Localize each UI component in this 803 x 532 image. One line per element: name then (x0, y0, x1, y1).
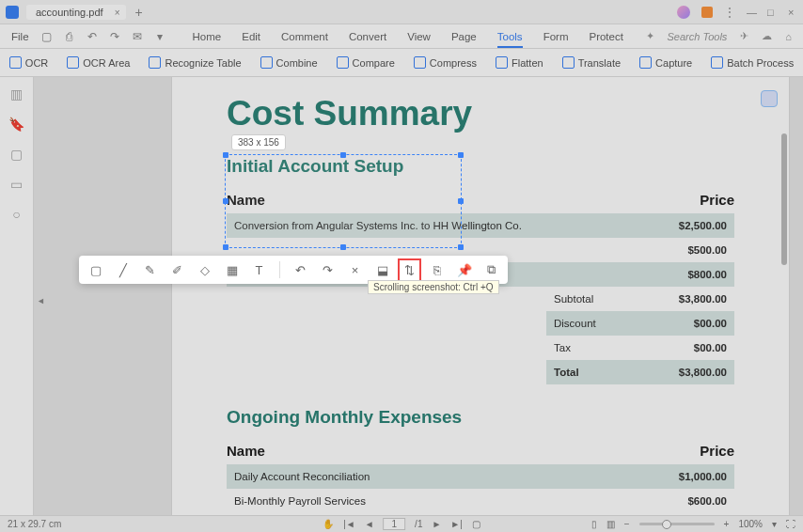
scrollbar[interactable] (781, 133, 787, 265)
pencil-tool-icon[interactable]: ✎ (143, 263, 157, 277)
minimize-button[interactable]: — (747, 7, 756, 18)
new-tab-icon[interactable]: + (135, 5, 143, 20)
line-tool-icon[interactable]: ╱ (116, 263, 130, 277)
fullscreen-icon[interactable]: ⛶ (786, 519, 795, 529)
menu-tab-tools[interactable]: Tools (497, 31, 523, 48)
left-sidebar: ▥ 🔖 ▢ ▭ ○ (0, 77, 34, 515)
avatar[interactable] (677, 6, 690, 19)
file-menu[interactable]: File (11, 31, 29, 42)
document-area: ◄ Cost Summary Initial Account Setup Nam… (34, 77, 803, 515)
menu-tab-form[interactable]: Form (543, 31, 569, 42)
tools-toolbar: OCROCR AreaRecognize TableCombineCompare… (0, 49, 803, 77)
prev-page-icon[interactable]: ◄ (365, 519, 374, 529)
thumbnails-icon[interactable]: ▥ (10, 86, 23, 102)
app-logo (6, 6, 19, 19)
zoom-slider[interactable] (639, 523, 715, 525)
close-button[interactable]: × (788, 7, 797, 18)
menu-tab-edit[interactable]: Edit (242, 31, 260, 42)
attachment-icon[interactable]: ▭ (10, 177, 23, 192)
kebab-menu-icon[interactable]: ⋮ (724, 6, 735, 19)
tool-translate[interactable]: Translate (562, 56, 621, 69)
hand-tool-icon[interactable]: ✋ (323, 519, 334, 529)
mosaic-tool-icon[interactable]: ▦ (225, 263, 239, 277)
first-page-icon[interactable]: |◄ (343, 519, 355, 529)
scrolling-screenshot-icon[interactable]: ⇅ (402, 263, 417, 277)
eraser-tool-icon[interactable]: ◇ (197, 263, 212, 277)
marker-tool-icon[interactable]: ✐ (170, 263, 184, 277)
section2-table: Daily Account Reconciliation$1,000.00Bi-… (227, 464, 734, 513)
menubar: File ▢ ⎙ ↶ ↷ ✉ ▾ HomeEditCommentConvertV… (0, 24, 803, 49)
next-page-icon[interactable]: ► (432, 519, 441, 529)
tool-recognize-table[interactable]: Recognize Table (149, 56, 241, 69)
zoom-value: 100% (738, 519, 763, 529)
share-icon[interactable]: ✈ (740, 30, 748, 42)
cancel-tool-icon[interactable]: × (348, 263, 362, 277)
menu-tab-convert[interactable]: Convert (349, 31, 386, 42)
print-icon[interactable]: ⎙ (63, 30, 76, 43)
last-page-icon[interactable]: ►| (450, 519, 463, 529)
menu-tab-protect[interactable]: Protect (589, 31, 622, 42)
more-icon[interactable]: ▾ (153, 30, 166, 43)
search-icon[interactable]: ○ (12, 207, 20, 222)
tab-close-icon[interactable]: × (115, 8, 120, 18)
pin-tool-icon[interactable]: 📌 (457, 263, 471, 277)
notification-badge[interactable] (701, 7, 713, 18)
zoom-dropdown-icon[interactable]: ▾ (772, 519, 777, 529)
undo-icon[interactable]: ↶ (86, 30, 99, 43)
tool-compare[interactable]: Compare (337, 56, 395, 69)
menu-tab-page[interactable]: Page (451, 31, 477, 42)
summary-row: Tax$00.00 (546, 336, 734, 360)
document-tab[interactable]: accounting.pdf × (26, 5, 126, 20)
summary-row: Discount$00.00 (546, 311, 734, 336)
price-header: Price (700, 192, 734, 208)
copy-tool-icon[interactable]: ⧉ (484, 263, 498, 277)
titlebar: accounting.pdf × + ⋮ — □ × (0, 0, 803, 24)
cloud-icon[interactable]: ☁ (762, 30, 772, 42)
home-icon[interactable]: ⌂ (785, 31, 792, 42)
doc-title: Cost Summary (227, 94, 734, 133)
layers-icon[interactable]: ▢ (10, 147, 23, 162)
tool-ocr-area[interactable]: OCR Area (67, 56, 130, 69)
table-row: Daily Account Reconciliation$1,000.00 (227, 464, 734, 489)
zoom-in-icon[interactable]: + (724, 519, 730, 529)
page-total: /1 (415, 519, 422, 529)
maximize-button[interactable]: □ (767, 7, 777, 18)
zoom-out-icon[interactable]: − (624, 519, 630, 529)
text-tool-icon[interactable]: T (252, 263, 266, 277)
fit-icon[interactable]: ▢ (472, 519, 480, 529)
summary-row: Subtotal$3,800.00 (546, 287, 734, 311)
name-header: Name (227, 443, 265, 459)
redo-tool-icon[interactable]: ↷ (321, 263, 335, 277)
table-row: Bi-Monthly Payroll Services$600.00 (227, 489, 734, 513)
menu-tab-view[interactable]: View (407, 31, 431, 42)
page-input[interactable]: 1 (384, 518, 406, 530)
screenshot-selection[interactable]: 383 x 156 (225, 154, 462, 248)
export-tool-icon[interactable]: ⎘ (430, 263, 444, 277)
statusbar: 21 x 29.7 cm ✋ |◄ ◄ 1 /1 ► ►| ▢ ▯ ▥ − + … (0, 515, 803, 532)
tool-compress[interactable]: Compress (414, 56, 477, 69)
tool-flatten[interactable]: Flatten (496, 56, 543, 69)
tool-ocr[interactable]: OCR (9, 56, 48, 69)
tool-capture[interactable]: Capture (639, 56, 692, 69)
tool-batch-process[interactable]: Batch Process (711, 56, 794, 69)
undo-tool-icon[interactable]: ↶ (293, 263, 307, 277)
tool-combine[interactable]: Combine (260, 56, 318, 69)
view-single-icon[interactable]: ▯ (591, 519, 597, 529)
search-tools-input[interactable]: Search Tools (668, 31, 728, 42)
download-tool-icon[interactable]: ⬓ (375, 263, 389, 277)
rect-tool-icon[interactable]: ▢ (88, 263, 102, 277)
save-icon[interactable]: ▢ (40, 30, 54, 43)
menu-tab-home[interactable]: Home (193, 31, 222, 42)
selection-size-label: 383 x 156 (231, 134, 286, 150)
prev-arrow-icon[interactable]: ◄ (37, 296, 45, 305)
mail-icon[interactable]: ✉ (131, 30, 144, 43)
view-cont-icon[interactable]: ▥ (606, 519, 615, 529)
search-star-icon: ✦ (646, 30, 654, 42)
menu-tab-comment[interactable]: Comment (281, 31, 328, 42)
bookmark-icon[interactable]: 🔖 (8, 117, 24, 132)
page-badge[interactable] (761, 90, 778, 107)
tooltip: Scrolling screenshot: Ctrl +Q (368, 280, 499, 294)
redo-icon[interactable]: ↷ (108, 30, 121, 43)
page-dimensions: 21 x 29.7 cm (8, 519, 61, 529)
tab-label: accounting.pdf (36, 7, 103, 18)
